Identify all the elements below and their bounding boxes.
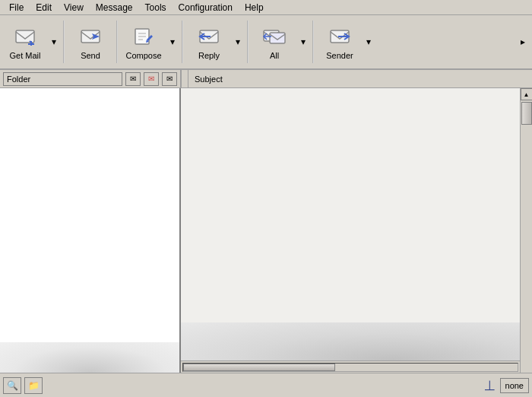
get-mail-button[interactable]: Get Mail xyxy=(3,18,47,65)
message-list[interactable] xyxy=(181,88,532,360)
none-status-label: none xyxy=(500,378,529,393)
scroll-up-button[interactable]: ▲ xyxy=(521,88,533,100)
subject-label: Subject xyxy=(195,75,223,84)
menu-file[interactable]: File xyxy=(3,1,30,14)
all-label: All xyxy=(270,51,279,60)
folder-panel-bottom xyxy=(0,342,179,373)
compose-dropdown[interactable]: ▾ xyxy=(167,18,178,65)
folder-icon: 📁 xyxy=(28,380,40,391)
send-label: Send xyxy=(81,51,100,60)
message-preview-area xyxy=(181,322,532,360)
filter-unread-icon: ✉ xyxy=(148,75,154,83)
get-mail-arrow-icon: ▾ xyxy=(52,37,56,47)
compose-label: Compose xyxy=(125,51,161,60)
reply-arrow-icon: ▾ xyxy=(236,37,240,47)
compose-arrow-icon: ▾ xyxy=(170,37,175,47)
reply-dropdown[interactable]: ▾ xyxy=(233,18,243,65)
compose-button[interactable]: Compose xyxy=(122,18,166,65)
folder-panel xyxy=(0,88,181,373)
sender-button[interactable]: Sender xyxy=(318,18,362,65)
sender-icon xyxy=(328,24,352,49)
svg-rect-0 xyxy=(16,30,34,43)
get-mail-icon xyxy=(13,24,37,49)
vertical-scrollbar[interactable]: ▲ xyxy=(520,88,532,373)
menu-message[interactable]: Message xyxy=(90,1,139,14)
reply-button[interactable]: Reply xyxy=(187,18,231,65)
sender-dropdown[interactable]: ▾ xyxy=(363,18,374,65)
subject-column: Subject xyxy=(188,70,532,87)
menu-bar: File Edit View Message Tools Configurati… xyxy=(0,0,532,15)
toolbar-overflow-icon: ▸ xyxy=(521,37,525,47)
all-dropdown[interactable]: ▾ xyxy=(298,18,309,65)
all-icon xyxy=(262,24,287,49)
toolbar-separator-1 xyxy=(63,21,65,63)
filter-read-icon: ✉ xyxy=(130,75,136,83)
connection-status-icon: ⊣ xyxy=(481,380,498,392)
menu-configuration[interactable]: Configuration xyxy=(173,1,239,14)
toolbar-separator-5 xyxy=(312,21,314,63)
h-scroll-thumb[interactable] xyxy=(183,364,335,371)
folder-label: Folder xyxy=(3,72,122,86)
toolbar-separator-3 xyxy=(182,21,183,63)
menu-view[interactable]: View xyxy=(58,1,90,14)
folder-button[interactable]: 📁 xyxy=(24,377,43,394)
h-scroll-track[interactable] xyxy=(182,363,518,372)
send-icon xyxy=(78,24,103,49)
menu-edit[interactable]: Edit xyxy=(30,1,58,14)
toolbar-overflow-button[interactable]: ▸ xyxy=(517,18,529,65)
menu-tools[interactable]: Tools xyxy=(139,1,173,14)
reply-icon xyxy=(197,24,221,49)
horizontal-scrollbar[interactable] xyxy=(181,360,520,373)
sender-label: Sender xyxy=(326,51,353,60)
filter-read-button[interactable]: ✉ xyxy=(125,72,141,86)
reply-label: Reply xyxy=(198,51,220,60)
compose-icon xyxy=(131,24,156,49)
scroll-thumb[interactable] xyxy=(521,102,532,125)
toolbar-separator-2 xyxy=(116,21,118,63)
menu-help[interactable]: Help xyxy=(239,1,270,14)
main-area: ▲ xyxy=(0,88,532,373)
filter-all-button[interactable]: ✉ xyxy=(162,72,177,86)
message-list-header: Folder ✉ ✉ ✉ Subject xyxy=(0,70,532,88)
right-panel: ▲ xyxy=(181,88,532,373)
filter-all-icon: ✉ xyxy=(166,75,173,83)
bottom-bar: 🔍 📁 ⊣ none xyxy=(0,373,532,397)
get-mail-dropdown[interactable]: ▾ xyxy=(49,18,59,65)
folder-column: Folder ✉ ✉ ✉ xyxy=(0,70,181,87)
status-area: ⊣ none xyxy=(483,377,529,394)
send-button[interactable]: Send xyxy=(68,18,112,65)
svg-rect-8 xyxy=(270,33,285,43)
search-icon: 🔍 xyxy=(7,380,18,391)
all-arrow-icon: ▾ xyxy=(301,37,306,47)
search-button[interactable]: 🔍 xyxy=(3,377,21,394)
column-resize-handle[interactable] xyxy=(181,70,188,87)
sender-arrow-icon: ▾ xyxy=(366,37,371,47)
toolbar: Get Mail ▾ Send Compose xyxy=(0,15,532,70)
toolbar-separator-4 xyxy=(247,21,249,63)
all-button[interactable]: All xyxy=(252,18,296,65)
filter-unread-button[interactable]: ✉ xyxy=(144,72,159,86)
get-mail-label: Get Mail xyxy=(10,51,41,60)
